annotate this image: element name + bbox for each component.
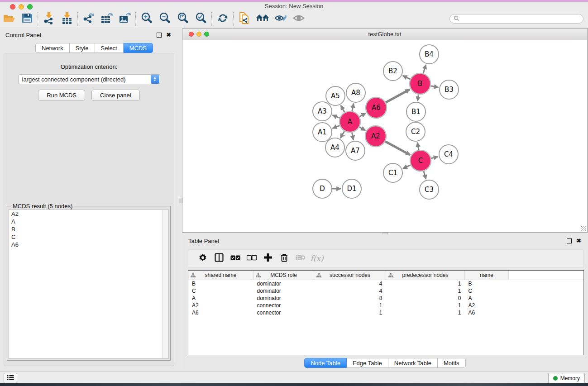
cell-MCDS-role[interactable]: dominator xyxy=(253,295,314,302)
show-details-button[interactable] xyxy=(290,11,308,27)
cell-successor-nodes[interactable]: 4 xyxy=(314,287,386,295)
table-row[interactable]: A2connector11A2 xyxy=(188,302,583,309)
edge-B-B2[interactable] xyxy=(403,76,411,79)
edge-A-A1[interactable] xyxy=(332,125,339,128)
edge-B-B4[interactable] xyxy=(423,65,426,73)
node-A8[interactable]: A8 xyxy=(346,83,365,102)
tab-select[interactable]: Select xyxy=(95,43,124,53)
close-panel-button[interactable]: ✖ xyxy=(166,32,172,38)
cell-predecessor-nodes[interactable]: 1 xyxy=(386,287,465,295)
zoom-selected-button[interactable] xyxy=(192,11,210,27)
delete-table-button[interactable] xyxy=(292,252,309,265)
result-item[interactable]: A6 xyxy=(9,241,168,248)
node-C4[interactable]: C4 xyxy=(439,145,458,164)
node-table[interactable]: shared nameMCDS rolesuccessor nodesprede… xyxy=(188,270,584,355)
node-A7[interactable]: A7 xyxy=(346,141,365,160)
edge-A6-B[interactable] xyxy=(386,89,410,102)
node-B3[interactable]: B3 xyxy=(440,80,459,99)
node-A1[interactable]: A1 xyxy=(313,123,332,142)
tab-node-table[interactable]: Node Table xyxy=(304,358,347,368)
resize-grip[interactable] xyxy=(581,226,586,231)
node-C2[interactable]: C2 xyxy=(406,122,425,141)
float-panel-button[interactable] xyxy=(156,32,162,38)
table-row[interactable]: Adominator80A xyxy=(188,295,583,302)
table-settings-button[interactable] xyxy=(195,252,211,265)
edge-A-A6[interactable] xyxy=(359,113,366,116)
export-network-button[interactable] xyxy=(80,11,98,27)
vertical-splitter-handle[interactable] xyxy=(179,198,183,203)
column-header-successor-nodes[interactable]: successor nodes xyxy=(314,271,386,280)
delete-column-button[interactable] xyxy=(276,252,292,265)
result-item[interactable]: C xyxy=(9,233,168,241)
edge-C-C4[interactable] xyxy=(431,157,438,158)
search-input[interactable] xyxy=(462,15,583,23)
table-row[interactable]: Cdominator41C xyxy=(188,287,583,295)
create-column-button[interactable] xyxy=(260,252,276,265)
save-session-button[interactable] xyxy=(18,11,36,27)
cell-MCDS-role[interactable]: connector xyxy=(253,309,314,316)
export-table-button[interactable] xyxy=(98,11,116,27)
cell-successor-nodes[interactable]: 1 xyxy=(314,309,386,316)
node-B[interactable]: B xyxy=(410,73,430,94)
close-panel-button-mcds[interactable]: Close panel xyxy=(91,90,140,101)
tab-style[interactable]: Style xyxy=(70,43,95,53)
edge-A-A7[interactable] xyxy=(352,133,353,140)
result-item[interactable]: B xyxy=(9,225,168,233)
cell-MCDS-role[interactable]: dominator xyxy=(253,287,314,295)
column-header-shared-name[interactable]: shared name xyxy=(188,271,253,280)
float-table-panel-button[interactable] xyxy=(566,238,572,244)
network-canvas[interactable]: B4B2BB3A5A8A6A3B1AA1C2A2A4A7C4CC1C3DD1 xyxy=(182,40,587,232)
edge-A-A2[interactable] xyxy=(359,127,365,131)
node-C[interactable]: C xyxy=(410,150,431,171)
cell-name[interactable]: A xyxy=(465,295,509,302)
column-header-name[interactable]: name xyxy=(465,271,509,280)
export-image-button[interactable] xyxy=(116,11,134,27)
search-field[interactable] xyxy=(449,14,583,24)
column-header-predecessor-nodes[interactable]: predecessor nodes xyxy=(386,271,465,280)
apply-function-button[interactable]: f(x) xyxy=(309,252,325,265)
edge-A-A3[interactable] xyxy=(332,115,339,118)
open-session-button[interactable] xyxy=(0,11,18,27)
node-D1[interactable]: D1 xyxy=(342,179,361,198)
cell-predecessor-nodes[interactable]: 1 xyxy=(386,302,465,309)
cell-shared-name[interactable]: A xyxy=(188,295,253,302)
deselect-all-columns-button[interactable] xyxy=(244,252,260,265)
cell-successor-nodes[interactable]: 4 xyxy=(314,280,386,288)
tab-mcds[interactable]: MCDS xyxy=(124,43,153,53)
network-graph[interactable]: B4B2BB3A5A8A6A3B1AA1C2A2A4A7C4CC1C3DD1 xyxy=(182,40,587,232)
mcds-result-list[interactable]: A2ABCA6 xyxy=(9,210,169,359)
cell-name[interactable]: A2 xyxy=(465,302,509,309)
cell-shared-name[interactable]: B xyxy=(188,280,253,288)
open-session-file-button[interactable] xyxy=(235,11,253,27)
edge-C-C1[interactable] xyxy=(403,165,411,169)
result-item[interactable]: A xyxy=(9,218,168,225)
cell-successor-nodes[interactable]: 1 xyxy=(314,302,386,309)
node-C3[interactable]: C3 xyxy=(420,180,439,199)
edge-A2-C[interactable] xyxy=(385,141,410,155)
table-row[interactable]: A6connector11A6 xyxy=(188,309,583,316)
cell-predecessor-nodes[interactable]: 1 xyxy=(386,280,465,288)
result-item[interactable]: A2 xyxy=(9,210,168,218)
cell-name[interactable]: B xyxy=(465,280,509,288)
show-columns-button[interactable] xyxy=(211,252,227,265)
table-row[interactable]: Bdominator41B xyxy=(188,280,583,288)
criterion-dropdown[interactable]: largest connected component (directed) ▲… xyxy=(18,74,160,84)
edge-A-A4[interactable] xyxy=(340,131,344,138)
node-B4[interactable]: B4 xyxy=(420,45,439,64)
node-B1[interactable]: B1 xyxy=(406,102,425,121)
cell-name[interactable]: C xyxy=(465,287,509,295)
node-A6[interactable]: A6 xyxy=(366,97,387,118)
edge-A-A5[interactable] xyxy=(341,105,345,112)
edge-A-A8[interactable] xyxy=(352,104,354,111)
cell-name[interactable]: A6 xyxy=(465,309,509,316)
tab-motifs[interactable]: Motifs xyxy=(438,358,466,368)
cell-MCDS-role[interactable]: connector xyxy=(253,302,314,309)
edge-B-B1[interactable] xyxy=(417,95,418,101)
cell-predecessor-nodes[interactable]: 0 xyxy=(386,295,465,302)
node-A5[interactable]: A5 xyxy=(326,86,345,105)
run-mcds-button[interactable]: Run MCDS xyxy=(38,90,85,101)
column-header-MCDS-role[interactable]: MCDS role xyxy=(253,271,314,280)
cell-MCDS-role[interactable]: dominator xyxy=(253,280,314,288)
edge-C-C2[interactable] xyxy=(417,143,419,150)
edge-B-B3[interactable] xyxy=(431,86,439,87)
